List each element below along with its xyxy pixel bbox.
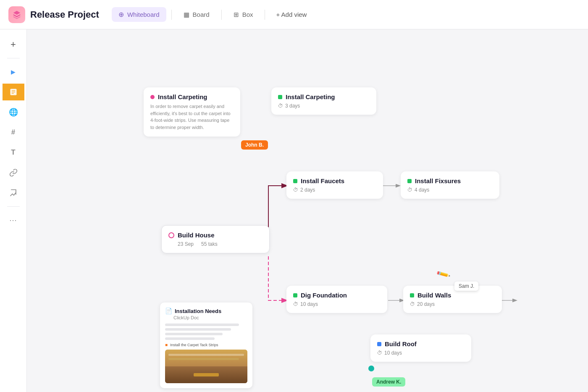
badge-john: John B. — [241, 140, 268, 150]
sidebar-item-link[interactable] — [5, 164, 22, 181]
board-icon: ▦ — [184, 11, 189, 18]
canvas[interactable]: Install Carpeting In order to remove car… — [27, 29, 588, 392]
sidebar-item-grid[interactable]: # — [5, 124, 22, 141]
sidebar-item-transform[interactable] — [5, 184, 22, 201]
main-layout: + ▶ 🌐 # T — [0, 29, 588, 392]
card-dot-fixsures — [407, 179, 412, 183]
nav-divider-1 — [171, 10, 172, 20]
card-dig-foundation[interactable]: Dig Foundation ⏱ 10 days — [286, 286, 387, 313]
nav-divider-2 — [221, 10, 222, 20]
card-title-build-house: Build House — [168, 232, 262, 239]
doc-small-label: Install the Carpet Tack Strips — [170, 343, 218, 347]
card-title-dig-foundation: Dig Foundation — [293, 292, 381, 299]
card-desc-install-carpeting: In order to remove carpet easily and eff… — [150, 103, 234, 131]
card-title-install-faucets: Install Faucets — [293, 177, 376, 184]
card-title-install-carpeting-simple: Install Carpeting — [278, 93, 370, 100]
badge-sam: Sam J. — [454, 282, 478, 291]
project-icon — [8, 6, 25, 23]
project-title: Release Project — [30, 9, 99, 20]
badge-andrew: Andrew K. — [372, 377, 405, 387]
tab-whiteboard[interactable]: ⊕ Whiteboard — [112, 7, 166, 22]
card-build-roof[interactable]: Build Roof ⏱ 10 days — [370, 334, 471, 362]
box-icon: ⊞ — [234, 11, 239, 18]
doc-lines — [165, 324, 247, 340]
tab-board[interactable]: ▦ Board — [177, 8, 216, 22]
card-meta-install-carpeting-simple: ⏱ 3 days — [278, 103, 370, 109]
pencil-cursor: ✏️ — [436, 267, 451, 282]
doc-line-3 — [165, 333, 223, 335]
doc-icon: 📄 — [165, 308, 172, 314]
sidebar-item-sticky[interactable] — [3, 84, 24, 100]
add-view-label: + Add view — [276, 11, 307, 18]
card-title-install-fixsures: Install Fixsures — [407, 177, 493, 184]
card-meta-install-faucets: ⏱ 2 days — [293, 187, 376, 193]
board-label: Board — [193, 11, 210, 18]
card-install-carpeting-detail[interactable]: Install Carpeting In order to remove car… — [144, 87, 240, 137]
card-meta-install-fixsures: ⏱ 4 days — [407, 187, 493, 193]
card-build-house[interactable]: Build House 23 Sep 55 taks — [161, 225, 270, 253]
doc-card-subtitle: ClickUp Doc — [173, 315, 247, 320]
sidebar: + ▶ 🌐 # T — [0, 29, 27, 392]
clock-icon-carpeting: ⏱ — [278, 103, 283, 109]
card-title-build-walls: Build Walls — [410, 292, 495, 299]
sidebar-item-add[interactable]: + — [5, 36, 22, 53]
card-install-faucets[interactable]: Install Faucets ⏱ 2 days — [286, 171, 383, 199]
whiteboard-label: Whiteboard — [127, 11, 160, 18]
clock-icon-fixsures: ⏱ — [407, 187, 412, 193]
card-dot-faucets — [293, 179, 297, 183]
card-dot-house — [168, 232, 174, 238]
card-title-install-carpeting-detail: Install Carpeting — [150, 93, 234, 100]
doc-card-title: 📄 Installation Needs — [165, 308, 247, 314]
card-dot-dig — [293, 293, 297, 297]
sidebar-item-more[interactable]: ··· — [5, 212, 22, 229]
card-dot-walls — [410, 293, 414, 297]
card-dot-green-sq — [278, 95, 282, 99]
arrows-overlay — [27, 29, 588, 392]
card-dot-roof — [377, 342, 381, 346]
tab-box[interactable]: ⊞ Box — [227, 8, 260, 22]
doc-small-text-row: ■ Install the Carpet Tack Strips — [165, 342, 247, 347]
sidebar-divider-2 — [7, 206, 20, 207]
card-dot-pink — [150, 95, 155, 99]
doc-line-4 — [165, 337, 215, 340]
add-view-button[interactable]: + Add view — [270, 8, 312, 21]
whiteboard-icon: ⊕ — [118, 11, 124, 18]
card-install-fixsures[interactable]: Install Fixsures ⏱ 4 days — [401, 171, 499, 199]
nav-tabs: ⊕ Whiteboard ▦ Board ⊞ Box + Add view — [112, 7, 313, 22]
card-meta-build-roof: ⏱ 10 days — [377, 350, 465, 356]
sidebar-item-text[interactable]: T — [5, 144, 22, 161]
card-build-walls[interactable]: Build Walls ⏱ 20 days — [403, 286, 502, 313]
card-title-build-roof: Build Roof — [377, 340, 465, 347]
header: Release Project ⊕ Whiteboard ▦ Board ⊞ B… — [0, 0, 588, 29]
card-meta-build-walls: ⏱ 20 days — [410, 301, 495, 307]
clock-icon-roof: ⏱ — [377, 350, 382, 356]
doc-image-inner — [165, 350, 247, 383]
teal-indicator — [368, 366, 374, 371]
sidebar-item-globe[interactable]: 🌐 — [5, 104, 22, 121]
nav-divider-3 — [265, 10, 265, 20]
sidebar-divider-1 — [7, 58, 20, 58]
card-meta-build-house: 23 Sep 55 taks — [178, 241, 262, 247]
doc-line-2 — [165, 328, 231, 331]
doc-card-installation-needs[interactable]: 📄 Installation Needs ClickUp Doc ■ Insta… — [160, 303, 252, 388]
doc-line-1 — [165, 324, 239, 326]
clock-icon-walls: ⏱ — [410, 301, 415, 307]
card-install-carpeting-simple[interactable]: Install Carpeting ⏱ 3 days — [271, 87, 376, 115]
clock-icon-dig: ⏱ — [293, 301, 298, 307]
clock-icon-faucets: ⏱ — [293, 187, 298, 193]
sidebar-item-cursor[interactable]: ▶ — [5, 63, 22, 80]
doc-image — [165, 350, 247, 383]
box-label: Box — [242, 11, 253, 18]
card-meta-dig-foundation: ⏱ 10 days — [293, 301, 381, 307]
